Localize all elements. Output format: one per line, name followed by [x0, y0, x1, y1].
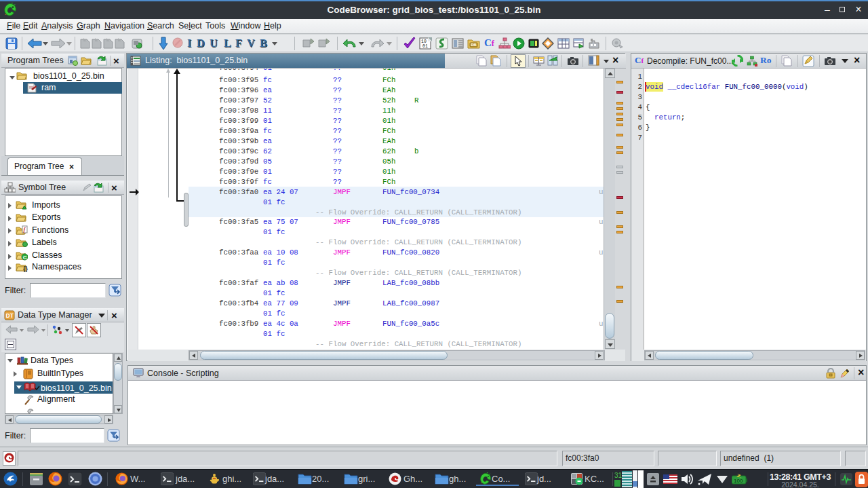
- svg-text:DT: DT: [6, 312, 14, 319]
- svg-text:{}: {}: [23, 265, 28, 272]
- svg-text:100: 100: [734, 478, 743, 484]
- svg-text:01: 01: [422, 44, 428, 49]
- svg-text:DB: DB: [471, 43, 477, 47]
- svg-text:10: 10: [421, 39, 427, 44]
- svg-text:C: C: [23, 255, 27, 261]
